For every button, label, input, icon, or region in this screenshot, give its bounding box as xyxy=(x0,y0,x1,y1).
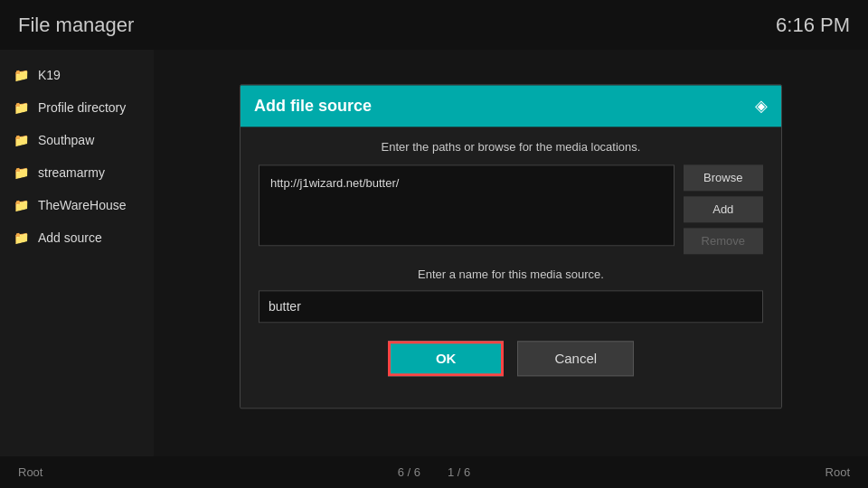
sidebar: 📁 K19 📁 Profile directory 📁 Southpaw 📁 s… xyxy=(0,50,154,456)
browse-button[interactable]: Browse xyxy=(684,164,763,191)
sidebar-item-label: Profile directory xyxy=(38,100,126,115)
footer: Root 6 / 6 1 / 6 Root xyxy=(0,456,868,488)
footer-count-left: 6 / 6 xyxy=(398,465,420,479)
folder-icon: 📁 xyxy=(14,68,29,82)
main-layout: 📁 K19 📁 Profile directory 📁 Southpaw 📁 s… xyxy=(0,50,868,456)
dialog-header: Add file source ◈ xyxy=(241,85,781,127)
dialog-path-instructions: Enter the paths or browse for the media … xyxy=(259,140,763,154)
content-area: Add file source ◈ Enter the paths or bro… xyxy=(154,50,868,456)
kodi-icon: ◈ xyxy=(755,96,768,116)
sidebar-item-label: K19 xyxy=(38,68,61,82)
sidebar-item-label: Southpaw xyxy=(38,133,94,147)
ok-button[interactable]: OK xyxy=(388,341,505,376)
sidebar-item-k19[interactable]: 📁 K19 xyxy=(0,59,154,91)
dialog-body: Enter the paths or browse for the media … xyxy=(241,127,781,408)
add-button[interactable]: Add xyxy=(684,196,763,222)
folder-icon: 📁 xyxy=(14,165,29,180)
sidebar-item-thewarehouse[interactable]: 📁 TheWareHouse xyxy=(0,189,154,221)
folder-icon: 📁 xyxy=(14,133,29,147)
sidebar-item-profile-directory[interactable]: 📁 Profile directory xyxy=(0,91,154,124)
add-file-source-dialog: Add file source ◈ Enter the paths or bro… xyxy=(240,84,782,408)
path-item: http://j1wizard.net/butter/ xyxy=(269,173,665,193)
sidebar-item-label: streamarmy xyxy=(38,165,105,180)
footer-center-section: 6 / 6 1 / 6 xyxy=(398,465,471,479)
name-input[interactable] xyxy=(269,299,753,314)
header: File manager 6:16 PM xyxy=(0,0,868,50)
footer-left-section: Root xyxy=(18,465,42,479)
sidebar-item-label: Add source xyxy=(38,230,102,245)
remove-button[interactable]: Remove xyxy=(684,228,763,254)
path-buttons: Browse Add Remove xyxy=(684,164,763,254)
dialog-footer: OK Cancel xyxy=(259,336,763,394)
dialog-name-instructions: Enter a name for this media source. xyxy=(259,267,763,281)
cancel-button[interactable]: Cancel xyxy=(517,341,634,376)
footer-right-section: Root xyxy=(826,465,850,479)
sidebar-item-southpaw[interactable]: 📁 Southpaw xyxy=(0,124,154,156)
folder-icon: 📁 xyxy=(14,230,29,245)
sidebar-item-streamarmy[interactable]: 📁 streamarmy xyxy=(0,156,154,189)
dialog-title: Add file source xyxy=(254,97,372,116)
sidebar-item-label: TheWareHouse xyxy=(38,198,127,212)
header-title: File manager xyxy=(18,14,134,37)
path-list[interactable]: http://j1wizard.net/butter/ xyxy=(259,164,675,246)
header-time: 6:16 PM xyxy=(776,14,850,37)
footer-root-right: Root xyxy=(826,465,850,479)
folder-icon: 📁 xyxy=(14,100,29,115)
name-input-wrap[interactable] xyxy=(259,290,763,323)
folder-icon: 📁 xyxy=(14,198,29,212)
sidebar-item-add-source[interactable]: 📁 Add source xyxy=(0,221,154,254)
footer-root-left: Root xyxy=(18,465,42,479)
footer-count-right: 1 / 6 xyxy=(448,465,470,479)
path-row: http://j1wizard.net/butter/ Browse Add R… xyxy=(259,164,763,254)
